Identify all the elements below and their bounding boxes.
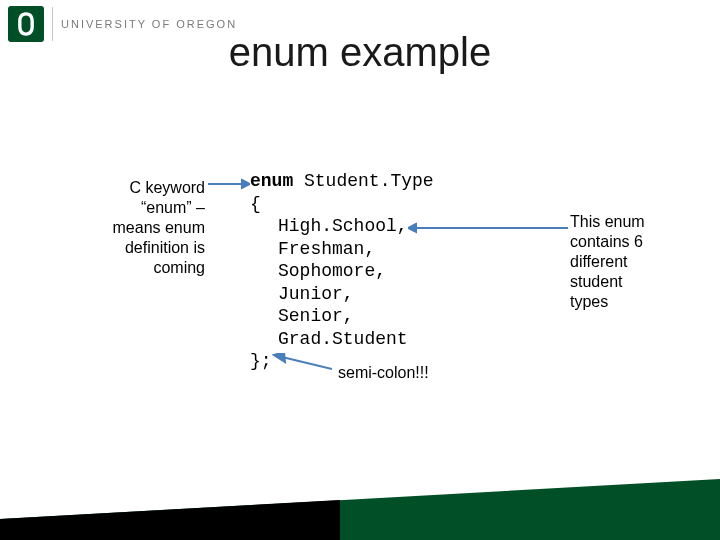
institution-name: UNIVERSITY OF OREGON: [61, 18, 237, 30]
annot-contains-l2: contains 6: [570, 232, 690, 252]
svg-marker-5: [274, 353, 285, 362]
annot-keyword-l4: definition is: [95, 238, 205, 258]
annot-contains-l1: This enum: [570, 212, 690, 232]
code-line-5: Sophomore,: [278, 260, 434, 283]
code-line-8: Grad.Student: [278, 328, 434, 351]
svg-line-4: [282, 357, 332, 369]
arrow-icon: [208, 178, 250, 190]
annot-keyword-l2: “enum” –: [95, 198, 205, 218]
svg-marker-7: [0, 500, 340, 540]
annot-keyword-l3: means enum: [95, 218, 205, 238]
annot-contains-l5: types: [570, 292, 690, 312]
svg-marker-1: [242, 180, 250, 188]
annot-semicolon: semi-colon!!!: [338, 363, 429, 383]
code-line-6: Junior,: [278, 283, 434, 306]
arrow-icon: [408, 222, 568, 234]
slide-title: enum example: [0, 30, 720, 75]
footer-shape: [0, 475, 720, 540]
code-line-2: {: [250, 193, 434, 216]
code-keyword-enum: enum: [250, 171, 293, 191]
slide: UNIVERSITY OF OREGON enum example enum S…: [0, 0, 720, 540]
arrow-icon: [272, 353, 332, 373]
code-block: enum Student.Type { High.School, Freshma…: [250, 170, 434, 373]
annot-contains-l3: different: [570, 252, 690, 272]
annot-keyword-l1: C keyword: [95, 178, 205, 198]
annot-keyword-l5: coming: [95, 258, 205, 278]
code-line-7: Senior,: [278, 305, 434, 328]
code-typename: Student.Type: [293, 171, 433, 191]
code-line-4: Freshman,: [278, 238, 434, 261]
svg-marker-3: [408, 224, 416, 232]
annot-contains: This enum contains 6 different student t…: [570, 212, 690, 312]
annot-keyword: C keyword “enum” – means enum definition…: [95, 178, 205, 278]
code-line-1: enum Student.Type: [250, 170, 434, 193]
annot-contains-l4: student: [570, 272, 690, 292]
